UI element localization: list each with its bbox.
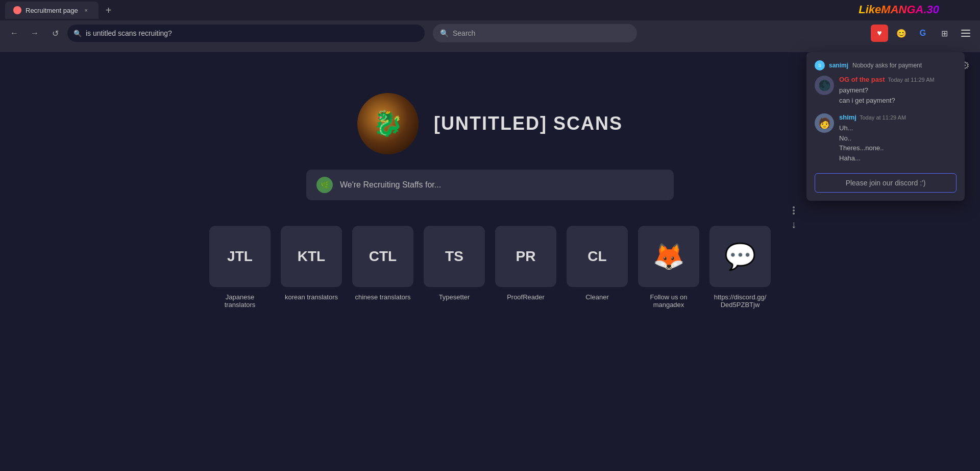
role-label-ts: Typesetter xyxy=(439,293,470,301)
role-card-cl: CL Cleaner xyxy=(567,226,628,301)
scroll-dots xyxy=(793,205,795,216)
og-username: OG of the past xyxy=(839,76,885,83)
snippet-avatar: S xyxy=(815,60,825,70)
shimj-time: Today at 11:29 AM xyxy=(860,114,906,121)
role-card-ts: TS Typesetter xyxy=(424,226,485,301)
role-card-ktl: KTL korean translators xyxy=(281,226,342,301)
group-avatar-image: 🐉 xyxy=(357,93,419,154)
snippet-text: Nobody asks for payment xyxy=(852,62,922,69)
profile-button[interactable]: 😊 xyxy=(893,25,910,41)
forward-button[interactable]: → xyxy=(27,25,43,41)
role-label-discord: https://discord.gg/Ded5PZBTjw xyxy=(714,293,767,309)
role-label-ctl: chinese translators xyxy=(355,293,410,301)
role-label-mangadex: Follow us onmangadex xyxy=(650,293,688,309)
tab-title: Recruitment page xyxy=(26,7,78,14)
shimj-username: shimj xyxy=(839,113,856,121)
page-content: ⚙ 🐉 [UNTITLED] SCANS 🌿 We're Recruiting … xyxy=(0,52,980,471)
recruit-avatar: 🌿 xyxy=(316,177,333,193)
search-icon: 🔍 xyxy=(440,29,449,37)
role-label-ktl: korean translators xyxy=(285,293,338,301)
shimj-avatar: 🧑 xyxy=(815,113,834,133)
scroll-dot-2 xyxy=(793,209,795,211)
role-cards: JTL Japanese translators KTL korean tran… xyxy=(209,226,771,309)
role-card-jtl: JTL Japanese translators xyxy=(209,226,271,309)
logo-text: LikeMANGA.30 xyxy=(859,3,939,16)
active-tab[interactable]: Recruitment page × xyxy=(5,2,99,19)
scroll-dot-3 xyxy=(793,213,795,215)
scroll-indicator: ↓ xyxy=(791,205,796,230)
refresh-button[interactable]: ↺ xyxy=(47,25,63,41)
grid-icon: ⊞ xyxy=(941,29,948,38)
og-header: OG of the past Today at 11:29 AM xyxy=(839,76,957,83)
snippet-username: sanimj xyxy=(829,62,848,69)
heart-button[interactable]: ♥ xyxy=(871,25,888,42)
group-name: [UNTITLED] SCANS xyxy=(434,113,623,134)
google-icon: G xyxy=(920,29,926,38)
top-chat-snippet: S sanimj Nobody asks for payment xyxy=(815,60,957,70)
role-badge-jtl: JTL xyxy=(209,226,271,287)
discord-icon-card: 💬 xyxy=(709,226,771,287)
tab-close-button[interactable]: × xyxy=(82,6,90,14)
profile-icon: 😊 xyxy=(896,29,906,38)
scroll-dot-1 xyxy=(793,206,795,208)
role-badge-ts: TS xyxy=(424,226,485,287)
new-tab-button[interactable]: + xyxy=(101,3,116,18)
extensions-button[interactable]: ⊞ xyxy=(936,25,952,41)
og-time: Today at 11:29 AM xyxy=(888,77,935,83)
recruitment-bar: 🌿 We're Recruiting Staffs for... xyxy=(306,170,674,200)
group-avatar: 🐉 xyxy=(357,93,419,154)
site-logo: LikeMANGA.30 xyxy=(859,3,939,16)
role-card-mangadex[interactable]: 🦊 Follow us onmangadex xyxy=(638,226,699,309)
shimj-content: shimj Today at 11:29 AM Uh...No..Theres.… xyxy=(839,113,957,163)
role-card-pr: PR ProofReader xyxy=(495,226,556,301)
recruitment-text: We're Recruiting Staffs for... xyxy=(340,180,441,190)
role-badge-ktl: KTL xyxy=(281,226,342,287)
role-badge-pr: PR xyxy=(495,226,556,287)
chat-message-og: 🌑 OG of the past Today at 11:29 AM payme… xyxy=(815,76,957,105)
mangadex-icon: 🦊 xyxy=(653,242,684,271)
chat-message-shimj: 🧑 shimj Today at 11:29 AM Uh...No..There… xyxy=(815,113,957,163)
og-avatar: 🌑 xyxy=(815,76,834,95)
address-input[interactable] xyxy=(86,29,419,37)
role-label-jtl: Japanese translators xyxy=(209,293,271,309)
nav-right-controls: ♥ 😊 G ⊞ xyxy=(871,25,974,42)
heart-icon: ♥ xyxy=(877,29,882,38)
hamburger-line-2 xyxy=(961,33,970,34)
browser-chrome: Recruitment page × + LikeMANGA.30 ← → ↺ … xyxy=(0,0,980,52)
google-button[interactable]: G xyxy=(915,25,931,41)
search-label: Search xyxy=(453,29,475,37)
address-bar[interactable]: 🔍 xyxy=(67,25,425,42)
shimj-header: shimj Today at 11:29 AM xyxy=(839,113,957,121)
search-bar[interactable]: 🔍 Search xyxy=(433,24,637,42)
menu-button[interactable] xyxy=(958,25,974,41)
discord-icon: 💬 xyxy=(724,242,756,271)
role-card-discord[interactable]: 💬 https://discord.gg/Ded5PZBTjw xyxy=(709,226,771,309)
search-icon-small: 🔍 xyxy=(74,30,82,37)
group-header: 🐉 [UNTITLED] SCANS xyxy=(357,93,623,154)
discord-popup: S sanimj Nobody asks for payment 🌑 OG of… xyxy=(806,52,965,201)
scroll-arrow: ↓ xyxy=(791,219,796,230)
nav-bar: ← → ↺ 🔍 🔍 Search ♥ 😊 G ⊞ xyxy=(0,20,980,46)
shimj-text: Uh...No..Theres...none..Haha... xyxy=(839,123,957,163)
hamburger-line-1 xyxy=(961,30,970,31)
role-badge-cl: CL xyxy=(567,226,628,287)
tab-bar: Recruitment page × + LikeMANGA.30 xyxy=(0,0,980,20)
back-button[interactable]: ← xyxy=(6,25,22,41)
role-label-pr: ProofReader xyxy=(507,293,545,301)
og-content: OG of the past Today at 11:29 AM payment… xyxy=(839,76,957,105)
tab-favicon xyxy=(13,6,21,14)
role-label-cl: Cleaner xyxy=(585,293,609,301)
mangadex-icon-card: 🦊 xyxy=(638,226,699,287)
role-badge-ctl: CTL xyxy=(352,226,413,287)
discord-join-button[interactable]: Please join our discord :') xyxy=(815,173,957,193)
hamburger-line-3 xyxy=(961,36,970,37)
role-card-ctl: CTL chinese translators xyxy=(352,226,413,301)
og-text: payment?can i get payment? xyxy=(839,85,957,105)
